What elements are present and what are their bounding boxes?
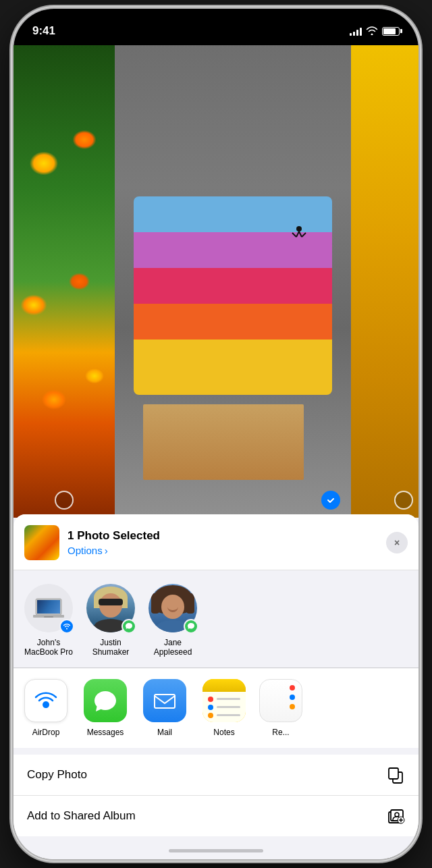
notes-label: Notes xyxy=(213,728,234,737)
photo-flowers[interactable] xyxy=(14,45,115,518)
contact-jane[interactable]: JaneAppleseed xyxy=(148,584,197,657)
app-messages[interactable]: Messages xyxy=(81,679,130,737)
contact-justin[interactable]: JustinShumaker xyxy=(86,584,135,657)
airdrop-waves-icon xyxy=(32,686,60,715)
copy-photo-row[interactable]: Copy Photo xyxy=(14,755,418,795)
svg-point-11 xyxy=(43,703,49,708)
jane-messages-badge xyxy=(184,619,198,634)
copy-icon xyxy=(387,766,404,784)
justin-face xyxy=(99,593,122,618)
reminders-dots xyxy=(290,685,295,709)
photo-strip xyxy=(14,45,418,518)
notes-blue-dot xyxy=(208,705,213,710)
jane-avatar-container xyxy=(148,584,197,632)
notes-top-bar xyxy=(202,679,246,692)
reminders-app-icon xyxy=(259,679,302,722)
close-icon: × xyxy=(394,537,400,548)
signal-bar-3 xyxy=(356,30,358,36)
photo-strip-container xyxy=(14,45,418,518)
svg-rect-12 xyxy=(155,695,175,708)
section-gap-1 xyxy=(14,748,418,755)
photo-graffiti[interactable] xyxy=(115,45,351,518)
contact-macbook[interactable]: John'sMacBook Pro xyxy=(24,584,73,657)
airdrop-badge xyxy=(59,619,74,634)
status-bar: 9:41 xyxy=(14,9,418,45)
options-chevron: › xyxy=(105,545,108,556)
svg-line-3 xyxy=(292,233,296,237)
apps-row: AirDrop Messages Mail xyxy=(14,668,418,748)
notes-content-area xyxy=(202,692,246,722)
notes-text-line-1 xyxy=(217,698,240,700)
status-time: 9:41 xyxy=(32,24,55,38)
app-airdrop[interactable]: AirDrop xyxy=(22,679,70,737)
share-sheet: 1 Photo Selected Options › × xyxy=(14,514,418,859)
svg-rect-14 xyxy=(389,768,398,779)
header-text: 1 Photo Selected Options › xyxy=(68,529,378,556)
mail-envelope-icon xyxy=(151,687,178,714)
selection-circle-1[interactable] xyxy=(55,491,74,510)
rem-dot-1 xyxy=(290,685,295,690)
airdrop-badge-icon xyxy=(63,622,71,630)
signal-bar-2 xyxy=(353,32,355,36)
svg-rect-7 xyxy=(37,600,60,614)
notes-text-line-3 xyxy=(217,714,240,716)
share-title: 1 Photo Selected xyxy=(68,529,378,543)
bottom-spacer xyxy=(14,836,418,859)
airdrop-label: AirDrop xyxy=(32,728,60,737)
jane-side-hair-r xyxy=(186,593,194,614)
battery-icon xyxy=(382,27,400,36)
selection-circle-3[interactable] xyxy=(394,491,413,510)
messages-badge-icon xyxy=(125,622,133,630)
add-shared-album-label: Add to Shared Album xyxy=(27,809,136,823)
svg-point-0 xyxy=(296,226,302,232)
copy-photo-label: Copy Photo xyxy=(27,768,87,782)
share-header: 1 Photo Selected Options › × xyxy=(14,514,418,570)
svg-line-1 xyxy=(296,232,299,237)
add-shared-album-icon xyxy=(386,807,405,825)
svg-rect-9 xyxy=(44,616,53,618)
selection-circle-2[interactable] xyxy=(321,491,340,510)
reminders-label: Re... xyxy=(272,728,289,737)
macbook-contact-name: John'sMacBook Pro xyxy=(24,638,73,657)
cardboard-box xyxy=(143,404,304,480)
signal-bar-1 xyxy=(350,33,352,36)
notes-orange-dot xyxy=(208,713,213,718)
app-mail[interactable]: Mail xyxy=(140,679,189,737)
mail-app-icon xyxy=(143,679,186,722)
notes-text-line-2 xyxy=(217,706,240,708)
notes-red-dot xyxy=(208,697,213,702)
justin-contact-name: JustinShumaker xyxy=(92,638,130,657)
rem-dot-2 xyxy=(290,695,295,700)
messages-bubble-icon xyxy=(92,687,119,714)
phone-frame: 9:41 xyxy=(14,9,418,859)
signal-bar-4 xyxy=(360,28,362,36)
options-label: Options xyxy=(68,545,103,556)
bike-figure xyxy=(290,225,308,240)
app-reminders[interactable]: Re... xyxy=(259,679,302,737)
options-button[interactable]: Options › xyxy=(68,545,378,556)
add-shared-album-row[interactable]: Add to Shared Album xyxy=(14,795,418,836)
svg-line-2 xyxy=(299,232,302,237)
justin-avatar-container xyxy=(86,584,135,632)
yellow-bg xyxy=(351,45,418,518)
photo-yellow[interactable] xyxy=(351,45,418,518)
messages-app-icon xyxy=(84,679,127,722)
notes-line-row-1 xyxy=(208,697,240,702)
macbook-svg-icon xyxy=(32,595,65,622)
airdrop-app-icon xyxy=(24,679,68,722)
jane-side-hair-l xyxy=(151,593,159,614)
notes-app-icon xyxy=(202,679,246,722)
home-indicator xyxy=(169,849,263,852)
notch xyxy=(162,9,270,29)
close-button[interactable]: × xyxy=(386,532,408,553)
mail-label: Mail xyxy=(157,728,172,737)
svg-line-4 xyxy=(302,233,306,237)
battery-fill xyxy=(383,28,396,34)
shared-album-icon xyxy=(386,807,405,825)
jane-contact-name: JaneAppleseed xyxy=(154,638,192,657)
flowers-image xyxy=(14,45,115,518)
notes-line-row-2 xyxy=(208,705,240,710)
selected-photo-thumbnail xyxy=(24,525,59,560)
app-notes[interactable]: Notes xyxy=(200,679,248,737)
justin-messages-badge xyxy=(122,619,136,634)
